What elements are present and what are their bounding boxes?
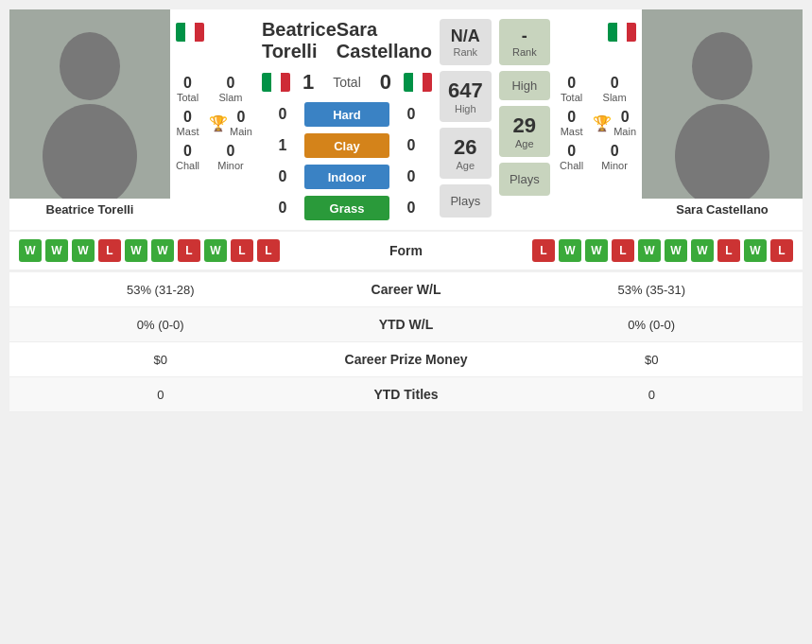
right-photo <box>642 9 803 199</box>
right-form-1: L <box>532 239 555 262</box>
names-row: Beatrice Torelli Sara Castellano <box>262 19 432 62</box>
right-ytd-titles: 0 <box>510 388 794 402</box>
hard-badge: Hard <box>304 102 389 127</box>
right-rank-box: - Rank <box>499 19 551 65</box>
left-form-8: W <box>204 239 227 262</box>
left-minor: 0 Minor <box>209 143 252 171</box>
surface-hard-row: 0 Hard 0 <box>274 102 420 127</box>
right-player-name: Sara Castellano <box>676 199 769 224</box>
right-age-box: 29 Age <box>499 106 551 157</box>
form-row: W W W L W W L W L L Form L W W L W W W L… <box>9 232 803 270</box>
left-info-boxes: N/A Rank 647 High 26 Age Plays <box>436 9 495 230</box>
right-trophy-main: 🏆 0 Main <box>593 109 636 137</box>
total-score: 1 Total 0 <box>302 70 391 95</box>
career-prize-row: $0 Career Prize Money $0 <box>9 342 803 377</box>
left-form-1: W <box>19 239 42 262</box>
left-player-photo-col: Beatrice Torelli <box>9 9 170 230</box>
left-career-wl: 53% (31-28) <box>19 283 302 297</box>
right-info-boxes: - Rank High 29 Age Plays <box>495 9 555 230</box>
total-score-left: 1 <box>302 70 314 95</box>
center-col: Beatrice Torelli Sara Castellano 1 Total… <box>258 9 436 230</box>
left-silhouette <box>9 9 170 199</box>
left-record-grid: 0 Total 0 Slam 0 Mast 🏆 0 Main <box>176 75 252 171</box>
right-total: 0 Total <box>560 75 583 103</box>
clay-badge: Clay <box>304 133 389 158</box>
left-form-6: W <box>151 239 174 262</box>
surface-indoor-row: 0 Indoor 0 <box>274 165 420 189</box>
left-ytd-wl: 0% (0-0) <box>19 318 302 332</box>
right-form-5: W <box>638 239 661 262</box>
left-name-header: Beatrice Torelli <box>262 19 337 62</box>
left-form-3: W <box>72 239 95 262</box>
ytd-titles-row: 0 YTD Titles 0 <box>9 377 803 412</box>
right-form-8: L <box>717 239 740 262</box>
right-trophy-icon: 🏆 <box>593 114 612 132</box>
total-label: Total <box>333 75 361 90</box>
right-minor: 0 Minor <box>593 143 636 171</box>
page-container: Beatrice Torelli 0 Total 0 Slam <box>0 0 812 422</box>
right-record-grid: 0 Total 0 Slam 0 Mast 🏆 0 Main <box>560 75 636 171</box>
right-name-flag <box>560 19 636 42</box>
ytd-wl-row: 0% (0-0) YTD W/L 0% (0-0) <box>9 307 803 342</box>
left-main: 0 Main <box>230 109 252 137</box>
surface-grass-row: 0 Grass 0 <box>274 196 420 220</box>
right-plays-box: Plays <box>499 163 551 196</box>
right-form-10: L <box>770 239 793 262</box>
right-form-2: W <box>559 239 581 262</box>
right-player-photo-col: Sara Castellano <box>642 9 803 230</box>
grass-badge: Grass <box>304 196 389 220</box>
ytd-titles-label: YTD Titles <box>302 387 510 402</box>
career-wl-row: 53% (31-28) Career W/L 53% (35-31) <box>9 272 803 307</box>
left-career-prize: $0 <box>19 353 302 367</box>
right-flag-center <box>404 73 432 92</box>
right-stats-col: 0 Total 0 Slam 0 Mast 🏆 0 Main <box>554 9 642 230</box>
right-career-prize: $0 <box>510 353 794 367</box>
flags-row: 1 Total 0 <box>262 70 432 95</box>
right-high-box: High <box>499 71 551 100</box>
right-form-7: W <box>691 239 714 262</box>
right-slam: 0 Slam <box>593 75 636 103</box>
left-form-badges: W W W L W W L W L L <box>19 239 312 262</box>
right-ytd-wl: 0% (0-0) <box>510 318 794 332</box>
form-label: Form <box>312 243 501 258</box>
right-flag <box>608 23 636 42</box>
indoor-badge: Indoor <box>304 165 389 189</box>
right-form-9: W <box>744 239 767 262</box>
left-high-box: 647 High <box>440 71 492 122</box>
left-trophy-main: 🏆 0 Main <box>209 109 252 137</box>
left-form-5: W <box>125 239 147 262</box>
left-form-10: L <box>257 239 280 262</box>
right-form-4: L <box>612 239 634 262</box>
total-score-right: 0 <box>380 70 391 95</box>
left-photo <box>9 9 170 199</box>
career-wl-label: Career W/L <box>302 282 510 297</box>
surface-rows: 0 Hard 0 1 Clay 0 0 Indoor 0 <box>262 102 432 220</box>
left-chall: 0 Chall <box>176 143 199 171</box>
right-form-badges: L W W L W W W L W L <box>501 239 794 262</box>
right-form-3: W <box>585 239 608 262</box>
right-chall: 0 Chall <box>560 143 583 171</box>
left-form-4: L <box>98 239 121 262</box>
left-flag <box>176 23 204 42</box>
career-prize-label: Career Prize Money <box>302 352 510 367</box>
right-main: 0 Main <box>613 109 636 137</box>
left-ytd-titles: 0 <box>19 388 302 402</box>
ytd-wl-label: YTD W/L <box>302 317 510 332</box>
left-form-2: W <box>45 239 68 262</box>
right-form-6: W <box>665 239 687 262</box>
left-plays-box: Plays <box>440 184 492 218</box>
left-slam: 0 Slam <box>209 75 252 103</box>
left-rank-box: N/A Rank <box>440 19 492 65</box>
right-name-header: Sara Castellano <box>337 19 432 62</box>
svg-point-4 <box>692 32 752 100</box>
svg-point-1 <box>60 32 120 100</box>
right-career-wl: 53% (35-31) <box>510 283 794 297</box>
left-trophy-icon: 🏆 <box>209 114 228 132</box>
left-form-9: L <box>231 239 253 262</box>
left-flag-center <box>262 73 290 92</box>
left-player-name: Beatrice Torelli <box>46 199 134 224</box>
surface-clay-row: 1 Clay 0 <box>274 133 420 158</box>
left-form-7: L <box>178 239 200 262</box>
right-mast: 0 Mast <box>560 109 583 137</box>
left-stats-col: 0 Total 0 Slam 0 Mast 🏆 0 Main <box>170 9 258 230</box>
